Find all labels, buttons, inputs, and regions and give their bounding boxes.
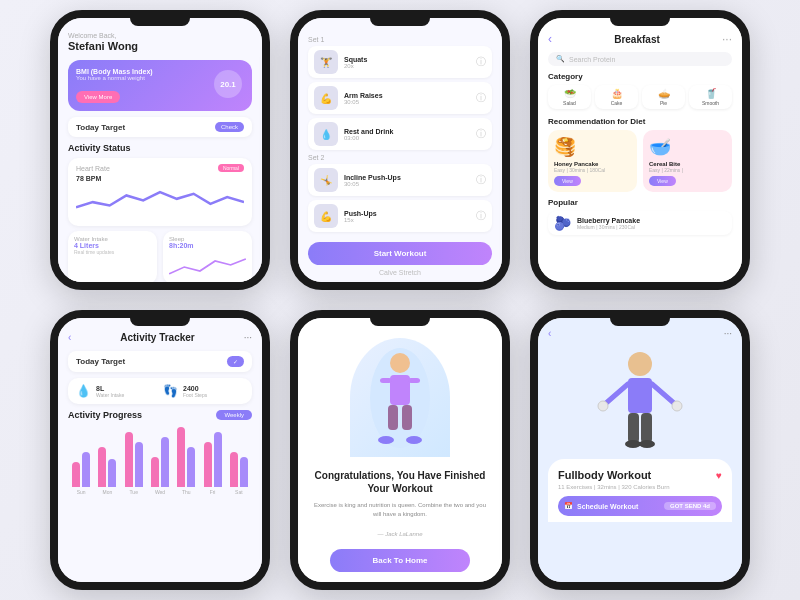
tracker-today-target: Today Target ✓ [68,351,252,372]
svg-rect-5 [388,405,398,430]
bar-tue-pink [125,432,133,487]
bar-sat: Sat [230,452,248,495]
check-button[interactable]: Check [215,122,244,132]
cat-cake[interactable]: 🎂Cake [595,85,638,109]
workout-info-card: Fullbody Workout ♥ 11 Exercises | 32mins… [548,459,732,522]
day-thu: Thu [182,489,191,495]
fullbody-more-button[interactable]: ··· [724,328,732,339]
congrats-desc: Exercise is king and nutrition is queen.… [312,501,488,519]
more-options-icon[interactable]: ··· [722,32,732,46]
tracker-header: ‹ Activity Tracker ··· [68,332,252,343]
bmi-view-button[interactable]: View More [76,91,120,103]
breakfast-header: ‹ Breakfast ··· [548,32,732,46]
tracker-target-label: Today Target [76,357,125,366]
target-card: 💧 8L Water Intake 👣 2400 Foot Steps [68,378,252,404]
rest-thumb: 💧 [314,122,338,146]
tracker-more-button[interactable]: ··· [244,332,252,343]
start-workout-button[interactable]: Start Workout [308,242,492,265]
phone-breakfast: ‹ Breakfast ··· 🔍 Search Protein Categor… [530,10,750,290]
rec-title: Recommendation for Diet [548,117,732,126]
search-icon: 🔍 [556,55,565,63]
squats-name: Squats [344,56,476,63]
phone-workout: Set 1 🏋️ Squats 20x ⓘ 💪 Arm Raises 30:05… [290,10,510,290]
incline-reps: 30:05 [344,181,476,187]
back-home-button[interactable]: Back To Home [330,549,471,572]
app-grid: Welcome Back, Stefani Wong BMI (Body Mas… [30,0,770,600]
phone-dashboard: Welcome Back, Stefani Wong BMI (Body Mas… [50,10,270,290]
pushups-info-icon: ⓘ [476,209,486,223]
sleep-card: Sleep 8h:20m [163,231,252,282]
workout-meta: 11 Exercises | 32mins | 320 Calories Bur… [558,484,722,490]
svg-point-17 [625,440,641,448]
svg-point-7 [378,436,394,444]
svg-rect-4 [408,378,420,383]
fullbody-header: ‹ ··· [548,328,732,339]
bar-thu-purple [187,447,195,487]
schedule-btn-label: Schedule Workout [577,503,638,510]
rest-name: Rest and Drink [344,128,476,135]
svg-rect-10 [628,378,652,413]
bar-mon-purple [108,459,116,487]
water-intake-card: Water Intake 4 Liters Real time updates [68,231,157,282]
water-target-val: 8L [96,385,124,392]
bar-sun-purple [82,452,90,487]
heart-rate-label: Heart Rate [76,165,110,172]
bar-fri-purple [214,432,222,487]
honey-view-button[interactable]: View [554,176,581,186]
popular-title: Popular [548,198,732,207]
congrats-title: Congratulations, You Have Finished Your … [312,469,488,495]
rest-reps: 03:00 [344,135,476,141]
phone-fullbody: ‹ ··· Fullbody [530,310,750,590]
heart-rate-chart [76,182,244,220]
fullbody-back-button[interactable]: ‹ [548,328,551,339]
search-box[interactable]: 🔍 Search Protein [548,52,732,66]
activity-status-title: Activity Status [68,143,252,153]
day-sun: Sun [77,489,86,495]
cereal-view-button[interactable]: View [649,176,676,186]
cat-pie[interactable]: 🥧Pie [642,85,685,109]
svg-point-14 [672,401,682,411]
exercise-rest: 💧 Rest and Drink 03:00 ⓘ [308,118,492,150]
incline-info: Incline Push-Ups 30:05 [344,174,476,187]
svg-point-9 [628,352,652,376]
cat-salad[interactable]: 🥗Salad [548,85,591,109]
weekly-button[interactable]: Weekly [216,410,252,420]
sleep-value: 8h:20m [169,242,246,249]
blueberry-detail: Medium | 30mins | 230Cal [577,224,726,230]
steps-target-val: 2400 [183,385,207,392]
svg-rect-2 [390,375,410,405]
tracker-check-button[interactable]: ✓ [227,356,244,367]
bmi-card: BMI (Body Mass Index) You have a normal … [68,60,252,111]
incline-name: Incline Push-Ups [344,174,476,181]
schedule-workout-button[interactable]: 📅 Schedule Workout GOT SEND 4d [558,496,722,516]
today-target-label: Today Target [76,123,125,132]
bar-thu-pink [177,427,185,487]
heart-favorite-icon[interactable]: ♥ [716,470,722,481]
breakfast-title: Breakfast [614,34,660,45]
svg-point-1 [390,353,410,373]
rec-cereal-detail: Easy | 22mins | [649,167,726,173]
cat-smoothie[interactable]: 🥤Smooth [689,85,732,109]
svg-line-11 [605,384,628,404]
congrats-illustration [350,338,450,457]
welcome-text: Welcome Back, [68,32,252,39]
svg-point-12 [598,401,608,411]
bar-fri: Fri [204,432,222,495]
exercise-incline-pushups: 🤸 Incline Push-Ups 30:05 ⓘ [308,164,492,196]
rec-honey-detail: Easy | 30mins | 180Cal [554,167,631,173]
day-tue: Tue [129,489,137,495]
svg-rect-15 [628,413,639,443]
squats-thumb: 🏋️ [314,50,338,74]
day-sat: Sat [235,489,243,495]
rec-cereal: 🥣 Cereal Bite Easy | 22mins | View [643,130,732,192]
day-fri: Fri [210,489,216,495]
bar-tue-purple [135,442,143,487]
bar-wed-pink [151,457,159,487]
fullbody-hero [548,339,732,469]
back-chevron-icon[interactable]: ‹ [548,32,552,46]
day-mon: Mon [103,489,113,495]
tracker-back-button[interactable]: ‹ [68,332,71,343]
rec-row: 🥞 Honey Pancake Easy | 30mins | 180Cal V… [548,130,732,192]
steps-target-lbl: Foot Steps [183,392,207,398]
progress-title-row: Activity Progress Weekly [68,410,252,420]
